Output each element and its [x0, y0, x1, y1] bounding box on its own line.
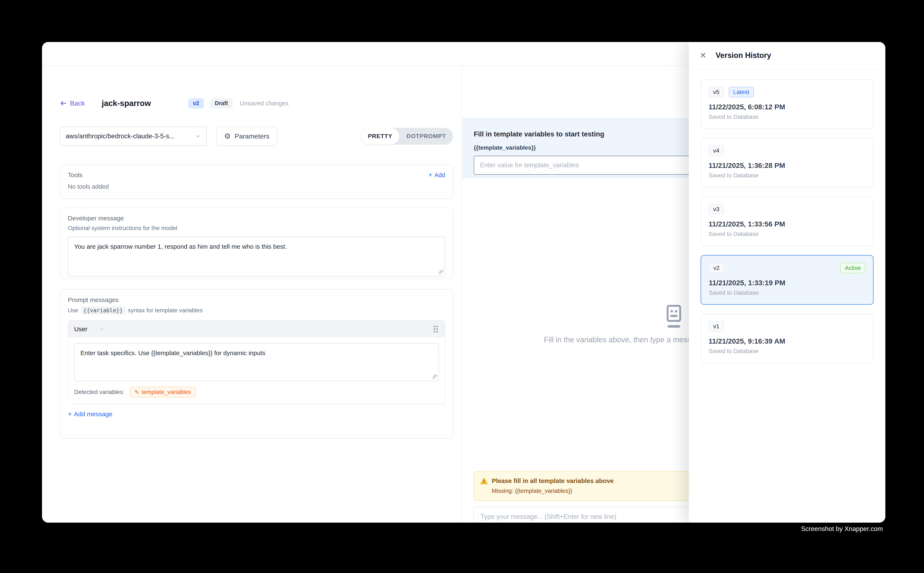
- toggle-dotprompt[interactable]: DOTPROMPT: [399, 128, 453, 145]
- arrow-left-icon: [60, 100, 67, 107]
- format-toggle: PRETTY DOTPROMPT: [361, 128, 453, 145]
- prompt-messages-title: Prompt messages: [68, 296, 445, 304]
- version-storage: Saved to Database: [709, 114, 866, 120]
- bot-icon: [663, 303, 685, 331]
- detected-variable-chip[interactable]: ✎ template_variables: [130, 387, 196, 398]
- version-list: v5Latest 11/22/2025, 6:08:12 PM Saved to…: [701, 79, 874, 372]
- prompt-messages-card: Prompt messages Use {{variable}} syntax …: [60, 289, 453, 439]
- use-suffix: syntax for template variables: [128, 307, 202, 314]
- role-select[interactable]: User: [74, 326, 105, 333]
- message-content-input[interactable]: Enter task specifics. Use {{template_var…: [74, 343, 439, 381]
- version-storage: Saved to Database: [709, 231, 866, 237]
- version-timestamp: 11/22/2025, 6:08:12 PM: [709, 103, 866, 111]
- app-window: Back jack-sparrow v2 Draft Unsaved chang…: [42, 42, 885, 523]
- plus-icon: [428, 171, 432, 178]
- parameters-label: Parameters: [235, 132, 269, 140]
- version-item-v5[interactable]: v5Latest 11/22/2025, 6:08:12 PM Saved to…: [701, 79, 874, 129]
- developer-message-card: Developer message Optional system instru…: [60, 208, 453, 279]
- toggle-pretty[interactable]: PRETTY: [361, 128, 399, 145]
- model-toolbar: aws/anthropic/bedrock-claude-3-5-s... ⚙ …: [60, 127, 453, 146]
- unsaved-changes-text: Unsaved changes: [240, 100, 289, 107]
- tools-title: Tools: [68, 171, 83, 178]
- back-label: Back: [70, 100, 85, 107]
- latest-badge: Latest: [729, 87, 754, 97]
- role-select-value: User: [74, 326, 87, 333]
- version-badge: v2: [188, 98, 204, 108]
- version-timestamp: 11/21/2025, 9:16:39 AM: [709, 337, 866, 345]
- model-select-value: aws/anthropic/bedrock-claude-3-5-s...: [66, 132, 175, 140]
- use-prefix: Use: [68, 307, 78, 314]
- version-chip: v5: [709, 87, 724, 97]
- version-timestamp: 11/21/2025, 1:36:28 PM: [709, 161, 866, 170]
- version-storage: Saved to Database: [709, 172, 866, 179]
- version-item-v1[interactable]: v1 11/21/2025, 9:16:39 AM Saved to Datab…: [701, 313, 874, 363]
- chevron-down-icon: [99, 326, 105, 332]
- version-item-v3[interactable]: v3 11/21/2025, 1:33:56 PM Saved to Datab…: [701, 196, 874, 246]
- version-item-v2[interactable]: v2 Active 11/21/2025, 1:33:19 PM Saved t…: [701, 255, 874, 305]
- gear-icon: ⚙: [224, 132, 231, 140]
- version-history-title: Version History: [716, 51, 771, 60]
- chevron-down-icon: [195, 133, 201, 139]
- parameters-button[interactable]: ⚙ Parameters: [216, 127, 278, 146]
- message-block: User Enter task specifics. Use {{templat…: [68, 320, 445, 404]
- model-select[interactable]: aws/anthropic/bedrock-claude-3-5-s...: [60, 127, 207, 146]
- variable-syntax-chip: {{variable}}: [81, 307, 126, 315]
- detected-variables-label: Detected variables:: [74, 389, 124, 395]
- close-icon[interactable]: ✕: [700, 52, 706, 59]
- watermark-text: Screenshot by Xnapper.com: [801, 525, 883, 533]
- version-history-header: ✕ Version History: [689, 42, 885, 69]
- developer-message-subtitle: Optional system instructions for the mod…: [68, 225, 445, 232]
- add-message-label: Add message: [74, 410, 112, 418]
- developer-message-input[interactable]: You are jack sparrow number 1, respond a…: [68, 236, 445, 276]
- version-chip: v1: [709, 321, 724, 332]
- version-storage: Saved to Database: [709, 348, 866, 354]
- tools-card: Tools Add No tools added: [60, 164, 453, 199]
- version-chip: v2: [709, 263, 724, 273]
- version-item-v4[interactable]: v4 11/21/2025, 1:36:28 PM Saved to Datab…: [701, 138, 874, 188]
- tools-empty-text: No tools added: [68, 183, 445, 190]
- status-badge: Draft: [210, 98, 233, 108]
- version-chip: v3: [709, 204, 724, 214]
- drag-handle-icon[interactable]: [433, 325, 439, 333]
- version-chip: v4: [709, 146, 724, 156]
- warning-title: Please fill in all template variables ab…: [492, 477, 613, 484]
- plus-icon: [68, 410, 72, 418]
- add-tool-button[interactable]: Add: [428, 171, 445, 178]
- prompt-title-row: Back jack-sparrow v2 Draft Unsaved chang…: [60, 97, 289, 110]
- page-title: jack-sparrow: [102, 99, 151, 108]
- version-timestamp: 11/21/2025, 1:33:19 PM: [709, 279, 865, 287]
- empty-state-text: Fill in the variables above, then type a…: [544, 335, 703, 344]
- prompt-editor-pane: Back jack-sparrow v2 Draft Unsaved chang…: [42, 66, 462, 523]
- version-timestamp: 11/21/2025, 1:33:56 PM: [709, 220, 866, 228]
- add-tool-label: Add: [434, 172, 445, 178]
- active-badge: Active: [840, 263, 865, 273]
- pencil-icon: ✎: [135, 389, 139, 395]
- add-message-button[interactable]: Add message: [68, 410, 445, 418]
- back-button[interactable]: Back: [60, 100, 85, 107]
- developer-message-title: Developer message: [68, 215, 445, 222]
- version-history-panel: ✕ Version History v5Latest 11/22/2025, 6…: [689, 42, 885, 523]
- detected-variable-name: template_variables: [141, 389, 191, 395]
- warning-icon: [480, 477, 488, 485]
- message-role-row: User: [68, 321, 445, 338]
- version-storage: Saved to Database: [709, 290, 865, 296]
